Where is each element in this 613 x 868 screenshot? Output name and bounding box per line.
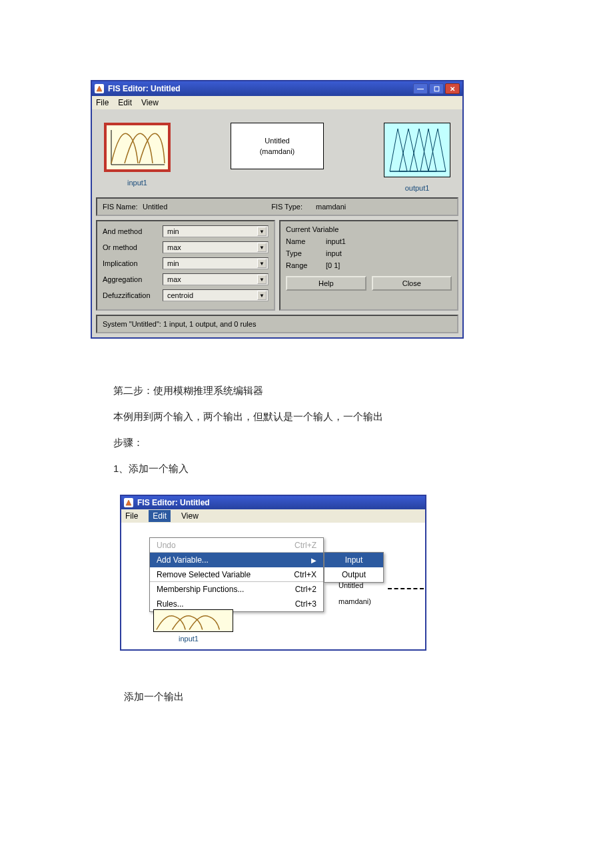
chevron-down-icon: ▼	[257, 227, 267, 236]
aggregation-label: Aggregation	[103, 275, 159, 283]
input-variable-box[interactable]	[104, 123, 171, 172]
output-variable-box[interactable]	[384, 123, 450, 177]
fis-type-value: mamdani	[316, 203, 346, 211]
rule-block-name: Untitled	[265, 137, 289, 145]
window-title-2: FIS Editor: Untitled	[137, 498, 210, 507]
add-output-text: 添加一个输出	[124, 691, 613, 703]
menu-item-undo[interactable]: Undo Ctrl+Z	[150, 538, 323, 553]
svg-marker-8	[428, 129, 446, 171]
behind-type: mamdani)	[338, 597, 371, 605]
menu-item-add-variable[interactable]: Add Variable... ▶	[150, 553, 323, 567]
undo-shortcut: Ctrl+Z	[295, 541, 316, 550]
cv-name-value: input1	[326, 237, 346, 245]
svg-marker-9	[126, 500, 131, 505]
menu-view[interactable]: View	[141, 98, 159, 107]
w2-input-variable-box[interactable]	[153, 609, 233, 632]
window-title: FIS Editor: Untitled	[108, 84, 181, 93]
svg-marker-5	[399, 129, 418, 171]
rule-block-type: (mamdani)	[260, 147, 295, 155]
desc-text: 本例用到两个输入，两个输出，但默认是一个输人，一个输出	[113, 403, 613, 429]
implication-label: Implication	[103, 259, 159, 267]
maximize-button[interactable]: ☐	[429, 83, 444, 94]
w2-input-label: input1	[179, 635, 199, 643]
edit-menu-dropdown: Undo Ctrl+Z Add Variable... ▶ Remove Sel…	[149, 537, 324, 612]
aggregation-dropdown[interactable]: max ▼	[163, 273, 269, 285]
add-variable-submenu: Input Output	[324, 552, 384, 583]
and-method-label: And method	[103, 227, 159, 235]
menu-file[interactable]: File	[96, 98, 109, 107]
cv-type-label: Type	[286, 249, 326, 257]
minimize-button[interactable]: —	[413, 83, 428, 94]
menu-view-2[interactable]: View	[181, 511, 199, 521]
menubar-2: File Edit View	[121, 509, 425, 523]
close-button[interactable]: ✕	[445, 83, 460, 94]
titlebar-2[interactable]: FIS Editor: Untitled	[121, 496, 425, 509]
step-1: 1、添加一个输入	[113, 455, 613, 481]
menu-file-2[interactable]: File	[125, 511, 138, 521]
current-variable-header: Current Variable	[286, 225, 452, 233]
fis-editor-window-2: FIS Editor: Untitled File Edit View Undo…	[120, 495, 426, 651]
rules-shortcut: Ctrl+3	[295, 599, 316, 609]
submenu-output[interactable]: Output	[324, 567, 383, 582]
output-variable-label: output1	[405, 184, 430, 192]
output-mf-icon	[387, 126, 448, 174]
fis-editor-window: FIS Editor: Untitled — ☐ ✕ File Edit Vie…	[91, 80, 464, 339]
rules-label: Rules...	[157, 599, 184, 609]
implication-dropdown[interactable]: min ▼	[163, 257, 269, 269]
steps-title: 步骤：	[113, 429, 613, 455]
remove-variable-shortcut: Ctrl+X	[294, 570, 316, 579]
fis-name-label: FIS Name:	[103, 203, 143, 211]
chevron-right-icon: ▶	[311, 557, 316, 564]
or-method-label: Or method	[103, 243, 159, 251]
app-icon	[95, 84, 104, 93]
input-mf-icon	[107, 126, 169, 169]
methods-panel: And method min ▼ Or method max ▼ Implica…	[96, 220, 275, 311]
svg-marker-0	[97, 86, 102, 91]
menu-edit-2[interactable]: Edit	[149, 510, 171, 522]
fis-type-label: FIS Type:	[236, 203, 316, 211]
app-icon	[124, 498, 133, 507]
and-method-value: min	[167, 227, 179, 235]
chevron-down-icon: ▼	[257, 291, 267, 300]
aggregation-value: max	[167, 275, 181, 283]
remove-variable-label: Remove Selected Variable	[157, 570, 251, 579]
step2-text: 第二步：使用模糊推理系统编辑器	[113, 377, 613, 403]
chevron-down-icon: ▼	[257, 275, 267, 284]
submenu-input[interactable]: Input	[324, 553, 383, 567]
and-method-dropdown[interactable]: min ▼	[163, 225, 269, 237]
current-variable-panel: Current Variable Name input1 Type input …	[279, 220, 458, 311]
fis-name-value: Untitled	[143, 203, 236, 211]
svg-marker-6	[410, 129, 428, 171]
input-variable-label: input1	[127, 179, 147, 187]
chevron-down-icon: ▼	[257, 243, 267, 252]
input-mf-icon	[154, 610, 233, 632]
svg-marker-7	[420, 129, 436, 171]
connector-line	[388, 588, 424, 589]
cv-type-value: input	[326, 249, 342, 257]
cv-range-label: Range	[286, 261, 326, 269]
defuzzification-label: Defuzzification	[103, 291, 159, 299]
doc-text-2: 添加一个输出	[124, 691, 613, 703]
help-button[interactable]: Help	[286, 276, 366, 291]
close-panel-button[interactable]: Close	[372, 276, 452, 291]
menu-item-remove-variable[interactable]: Remove Selected Variable Ctrl+X	[150, 567, 323, 582]
menu-item-membership-functions[interactable]: Membership Functions... Ctrl+2	[150, 582, 323, 597]
cv-range-value: [0 1]	[326, 261, 340, 269]
defuzzification-dropdown[interactable]: centroid ▼	[163, 289, 269, 301]
titlebar[interactable]: FIS Editor: Untitled — ☐ ✕	[92, 81, 462, 96]
rule-block[interactable]: Untitled (mamdani)	[231, 123, 324, 169]
svg-marker-4	[390, 129, 407, 171]
diagram-canvas: input1 Untitled (mamdani)	[92, 109, 462, 197]
menu-edit[interactable]: Edit	[118, 98, 132, 107]
implication-value: min	[167, 259, 179, 267]
undo-label: Undo	[157, 541, 176, 550]
or-method-value: max	[167, 243, 181, 251]
w2-canvas: Undo Ctrl+Z Add Variable... ▶ Remove Sel…	[121, 523, 425, 649]
chevron-down-icon: ▼	[257, 259, 267, 268]
cv-name-label: Name	[286, 237, 326, 245]
doc-text: 第二步：使用模糊推理系统编辑器 本例用到两个输入，两个输出，但默认是一个输人，一…	[113, 377, 613, 481]
behind-name: Untitled	[338, 581, 363, 589]
status-bar: System "Untitled": 1 input, 1 output, an…	[96, 315, 458, 333]
or-method-dropdown[interactable]: max ▼	[163, 241, 269, 253]
mf-label: Membership Functions...	[157, 585, 244, 594]
